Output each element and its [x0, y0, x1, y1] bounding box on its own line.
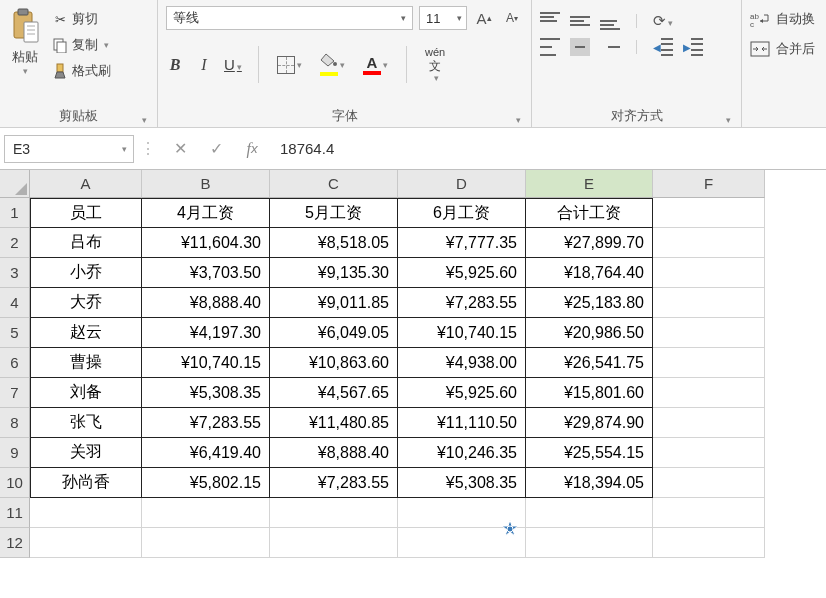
decrease-font-button[interactable]: A▾ [501, 6, 523, 30]
cell[interactable]: ¥6,419.40 [142, 438, 270, 468]
row-header-4[interactable]: 4 [0, 288, 30, 318]
cell[interactable]: ¥18,764.40 [526, 258, 653, 288]
italic-button[interactable]: I [196, 56, 212, 74]
name-box[interactable]: E3 [4, 135, 134, 163]
cell[interactable]: 6月工资 [398, 198, 526, 228]
spreadsheet-grid[interactable]: ABCDEF 123456789101112 员工4月工资5月工资6月工资合计工… [0, 170, 826, 558]
cell[interactable] [270, 498, 398, 528]
row-header-7[interactable]: 7 [0, 378, 30, 408]
cells-area[interactable]: 员工4月工资5月工资6月工资合计工资吕布¥11,604.30¥8,518.05¥… [30, 198, 765, 558]
merge-center-button[interactable]: 合并后 [750, 34, 818, 64]
row-headers[interactable]: 123456789101112 [0, 198, 30, 558]
row-header-2[interactable]: 2 [0, 228, 30, 258]
align-left-button[interactable] [540, 38, 560, 56]
cell[interactable]: ¥10,863.60 [270, 348, 398, 378]
select-all-corner[interactable] [0, 170, 30, 198]
font-color-button[interactable]: A ▾ [363, 55, 388, 75]
cell[interactable] [653, 318, 765, 348]
cell[interactable]: ¥9,135.30 [270, 258, 398, 288]
cell[interactable] [653, 258, 765, 288]
cell[interactable] [653, 438, 765, 468]
cell[interactable]: 小乔 [30, 258, 142, 288]
cell[interactable]: 吕布 [30, 228, 142, 258]
row-header-5[interactable]: 5 [0, 318, 30, 348]
cancel-formula-button[interactable]: ✕ [162, 135, 198, 163]
cell[interactable]: ¥29,874.90 [526, 408, 653, 438]
cell[interactable]: 员工 [30, 198, 142, 228]
align-top-button[interactable] [540, 12, 560, 30]
row-header-3[interactable]: 3 [0, 258, 30, 288]
cell[interactable] [653, 528, 765, 558]
cell[interactable]: 孙尚香 [30, 468, 142, 498]
cell[interactable]: ¥5,925.60 [398, 378, 526, 408]
cut-button[interactable]: ✂ 剪切 [52, 10, 111, 28]
cell[interactable] [653, 378, 765, 408]
cell[interactable]: 大乔 [30, 288, 142, 318]
cell[interactable]: ¥7,283.55 [398, 288, 526, 318]
cell[interactable]: ¥4,938.00 [398, 348, 526, 378]
cell[interactable] [653, 498, 765, 528]
cell[interactable]: 张飞 [30, 408, 142, 438]
cell[interactable]: ¥9,011.85 [270, 288, 398, 318]
cell[interactable]: ¥25,554.15 [526, 438, 653, 468]
row-header-11[interactable]: 11 [0, 498, 30, 528]
formula-input[interactable] [270, 135, 826, 163]
cell[interactable]: 赵云 [30, 318, 142, 348]
cell[interactable] [653, 408, 765, 438]
cell[interactable] [398, 498, 526, 528]
row-header-1[interactable]: 1 [0, 198, 30, 228]
cell[interactable]: ¥11,480.85 [270, 408, 398, 438]
fill-color-button[interactable]: ▾ [320, 53, 345, 76]
cell[interactable] [653, 468, 765, 498]
bold-button[interactable]: B [166, 56, 184, 74]
column-header-E[interactable]: E [526, 170, 653, 198]
cell[interactable]: 5月工资 [270, 198, 398, 228]
confirm-formula-button[interactable]: ✓ [198, 135, 234, 163]
cell[interactable]: ¥20,986.50 [526, 318, 653, 348]
increase-indent-button[interactable]: ▶ [683, 38, 703, 56]
cell[interactable]: ¥5,308.35 [398, 468, 526, 498]
cell[interactable] [398, 528, 526, 558]
cell[interactable] [270, 528, 398, 558]
cell[interactable]: ¥5,802.15 [142, 468, 270, 498]
column-header-A[interactable]: A [30, 170, 142, 198]
row-header-10[interactable]: 10 [0, 468, 30, 498]
cell[interactable] [142, 528, 270, 558]
borders-button[interactable]: ▾ [277, 56, 302, 74]
row-header-9[interactable]: 9 [0, 438, 30, 468]
cell[interactable]: ¥5,308.35 [142, 378, 270, 408]
cell[interactable] [653, 198, 765, 228]
phonetic-guide-button[interactable]: wén 文 ▾ [425, 46, 445, 83]
cell[interactable]: ¥18,394.05 [526, 468, 653, 498]
cell[interactable]: ¥10,740.15 [398, 318, 526, 348]
cell[interactable]: 关羽 [30, 438, 142, 468]
orientation-button[interactable]: ⟳▾ [653, 12, 673, 30]
cell[interactable]: 合计工资 [526, 198, 653, 228]
cell[interactable] [653, 288, 765, 318]
cell[interactable]: ¥4,197.30 [142, 318, 270, 348]
copy-dropdown-arrow[interactable]: ▾ [104, 40, 109, 50]
cell[interactable]: ¥5,925.60 [398, 258, 526, 288]
cell[interactable] [30, 528, 142, 558]
cell[interactable] [142, 498, 270, 528]
cell[interactable]: ¥6,049.05 [270, 318, 398, 348]
row-header-8[interactable]: 8 [0, 408, 30, 438]
cell[interactable]: 曹操 [30, 348, 142, 378]
insert-function-button[interactable]: fx [234, 135, 270, 163]
format-painter-button[interactable]: 格式刷 [52, 62, 111, 80]
cell[interactable]: ¥25,183.80 [526, 288, 653, 318]
wrap-text-button[interactable]: abc 自动换 [750, 4, 818, 34]
cell[interactable]: ¥8,888.40 [142, 288, 270, 318]
cell[interactable]: 4月工资 [142, 198, 270, 228]
column-header-C[interactable]: C [270, 170, 398, 198]
increase-font-button[interactable]: A▴ [473, 6, 495, 30]
cell[interactable] [526, 528, 653, 558]
cell[interactable]: ¥3,703.50 [142, 258, 270, 288]
row-header-6[interactable]: 6 [0, 348, 30, 378]
align-center-button[interactable] [570, 38, 590, 56]
paste-dropdown-arrow[interactable]: ▾ [23, 66, 28, 76]
paste-button[interactable]: 粘贴 ▾ [8, 4, 46, 103]
row-header-12[interactable]: 12 [0, 528, 30, 558]
column-headers[interactable]: ABCDEF [30, 170, 765, 198]
cell[interactable] [526, 498, 653, 528]
